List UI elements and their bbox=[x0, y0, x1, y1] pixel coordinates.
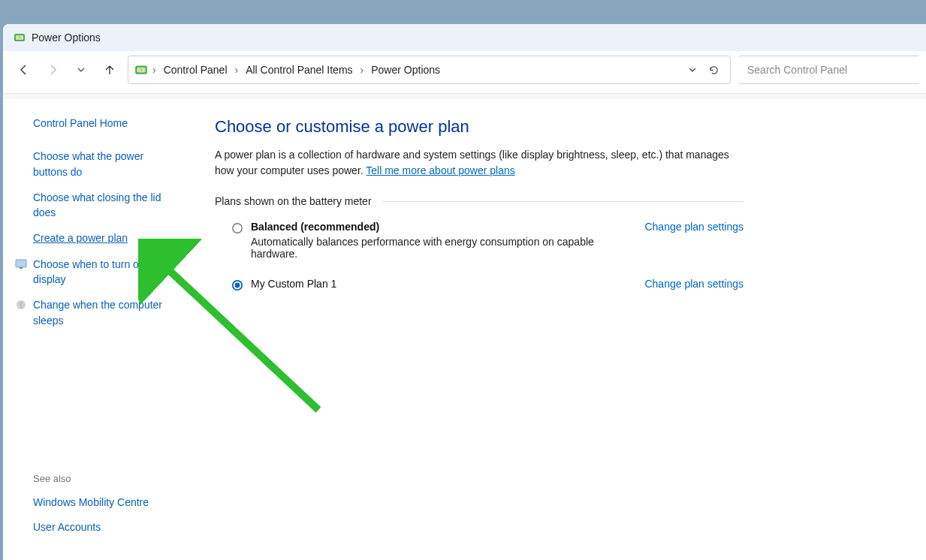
plan-row-balanced: Balanced (recommended) Automatically bal… bbox=[215, 216, 744, 273]
sidebar-link-label: Change when the computer sleeps bbox=[33, 299, 162, 326]
breadcrumb-item[interactable]: Power Options bbox=[365, 61, 446, 79]
content: Control Panel Home Choose what the power… bbox=[3, 99, 926, 560]
breadcrumb-item[interactable]: Control Panel bbox=[158, 61, 234, 79]
radio-selected-icon[interactable] bbox=[231, 279, 243, 291]
chevron-right-icon[interactable]: › bbox=[234, 64, 240, 76]
change-plan-settings-link[interactable]: Change plan settings bbox=[644, 221, 744, 233]
sidebar-link-label: Choose when to turn off the display bbox=[33, 258, 162, 285]
search-input[interactable] bbox=[747, 56, 909, 83]
up-button[interactable] bbox=[99, 59, 120, 80]
power-options-icon bbox=[134, 63, 148, 77]
page-heading: Choose or customise a power plan bbox=[215, 117, 744, 137]
see-also-link-mobility[interactable]: Windows Mobility Centre bbox=[33, 495, 180, 510]
page-description: A power plan is a collection of hardware… bbox=[215, 147, 744, 179]
search-box[interactable] bbox=[738, 56, 918, 84]
change-plan-settings-link[interactable]: Change plan settings bbox=[644, 278, 744, 290]
chevron-right-icon[interactable]: › bbox=[151, 64, 158, 76]
divider bbox=[382, 201, 744, 202]
svg-rect-4 bbox=[16, 260, 26, 267]
recent-dropdown[interactable] bbox=[71, 59, 92, 80]
plan-name[interactable]: Balanced (recommended) bbox=[251, 221, 632, 233]
refresh-button[interactable] bbox=[703, 65, 724, 76]
plan-row-custom: My Custom Plan 1 Change plan settings bbox=[215, 273, 744, 305]
see-also-link-user-accounts[interactable]: User Accounts bbox=[33, 519, 180, 534]
sidebar-link-power-buttons[interactable]: Choose what the power buttons do bbox=[33, 149, 180, 179]
sidebar-link-turn-off-display[interactable]: Choose when to turn off the display bbox=[33, 257, 180, 288]
svg-point-7 bbox=[233, 224, 242, 233]
svg-point-6 bbox=[17, 300, 26, 309]
main-panel: Choose or customise a power plan A power… bbox=[194, 99, 765, 560]
titlebar: Power Options bbox=[3, 24, 926, 51]
display-icon bbox=[15, 258, 27, 270]
power-options-icon bbox=[14, 32, 26, 44]
moon-icon bbox=[15, 299, 27, 311]
see-also-heading: See also bbox=[33, 472, 180, 486]
window-title: Power Options bbox=[32, 32, 101, 44]
radio-unselected-icon[interactable] bbox=[231, 222, 243, 234]
back-button[interactable] bbox=[14, 59, 35, 80]
window: Power Options › Control Panel › All Cont… bbox=[3, 24, 926, 560]
forward-button[interactable] bbox=[42, 59, 63, 80]
sidebar-link-create-plan[interactable]: Create a power plan bbox=[33, 230, 180, 245]
tell-me-more-link[interactable]: Tell me more about power plans bbox=[366, 164, 514, 176]
sidebar-link-sleep[interactable]: Change when the computer sleeps bbox=[33, 297, 180, 328]
svg-point-9 bbox=[235, 283, 240, 288]
breadcrumb-item[interactable]: All Control Panel Items bbox=[240, 61, 358, 79]
address-dropdown[interactable] bbox=[682, 65, 703, 74]
plan-subtitle: Automatically balances performance with … bbox=[251, 236, 632, 260]
sidebar: Control Panel Home Choose what the power… bbox=[3, 99, 194, 560]
svg-rect-5 bbox=[20, 267, 23, 269]
section-label-text: Plans shown on the battery meter bbox=[215, 195, 372, 207]
sidebar-link-closing-lid[interactable]: Choose what closing the lid does bbox=[33, 190, 180, 221]
nav-row: › Control Panel › All Control Panel Item… bbox=[3, 51, 926, 94]
control-panel-home-link[interactable]: Control Panel Home bbox=[33, 116, 180, 131]
plan-name[interactable]: My Custom Plan 1 bbox=[251, 278, 632, 290]
plans-section-label: Plans shown on the battery meter bbox=[215, 195, 744, 207]
address-bar[interactable]: › Control Panel › All Control Panel Item… bbox=[128, 56, 731, 84]
chevron-right-icon[interactable]: › bbox=[359, 64, 366, 76]
